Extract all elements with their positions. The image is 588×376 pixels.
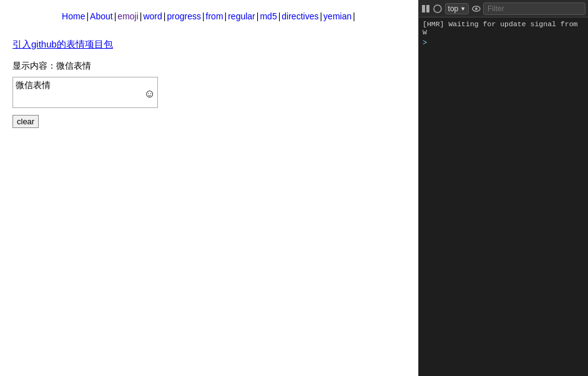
nav-sep-1: |: [86, 11, 89, 21]
nav-md5[interactable]: md5: [260, 11, 277, 21]
console-line-hmr: [HMR] Waiting for update signal from W: [423, 20, 584, 36]
display-label: 显示内容：微信表情: [12, 61, 406, 72]
nav-bar: Home | About | emoji | word | progress |…: [12, 6, 406, 26]
nav-sep-8: |: [278, 11, 281, 21]
devtools-stop-icon[interactable]: [433, 3, 443, 14]
nav-emoji[interactable]: emoji: [117, 11, 138, 21]
svg-point-4: [475, 7, 478, 10]
console-caret: >: [423, 39, 427, 47]
nav-yemian[interactable]: yemian: [323, 11, 351, 21]
text-input[interactable]: [12, 77, 158, 108]
svg-rect-0: [422, 5, 425, 12]
nav-sep-7: |: [257, 11, 259, 21]
nav-word[interactable]: word: [143, 11, 162, 21]
devtools-context-dropdown[interactable]: top ▼: [445, 3, 469, 14]
input-wrapper: ☺: [12, 77, 158, 110]
emoji-button[interactable]: ☺: [144, 88, 155, 99]
devtools-filter-input[interactable]: [483, 2, 586, 15]
nav-sep-6: |: [225, 11, 227, 21]
nav-progress[interactable]: progress: [167, 11, 200, 21]
svg-rect-1: [426, 5, 429, 12]
console-text-hmr: [HMR] Waiting for update signal from W: [423, 20, 584, 36]
nav-sep-9: |: [320, 11, 322, 21]
devtools-toolbar: top ▼: [419, 0, 588, 17]
devtools-play-icon[interactable]: [421, 3, 431, 14]
nav-sep-3: |: [140, 11, 142, 21]
nav-about[interactable]: About: [90, 11, 113, 21]
chevron-down-icon: ▼: [460, 6, 466, 12]
nav-home[interactable]: Home: [62, 11, 85, 21]
content-area: 引入github的表情项目包 显示内容：微信表情 ☺ clear: [12, 39, 406, 128]
nav-directives[interactable]: directives: [282, 11, 318, 21]
devtools-panel: top ▼ [HMR] Waiting for update signal fr…: [418, 0, 588, 376]
nav-sep-10: |: [353, 11, 355, 21]
svg-point-2: [434, 5, 441, 12]
console-input-line: >: [423, 39, 584, 47]
nav-sep-4: |: [164, 11, 166, 21]
devtools-console: [HMR] Waiting for update signal from W >: [419, 17, 588, 376]
nav-regular[interactable]: regular: [228, 11, 255, 21]
nav-sep-5: |: [202, 11, 205, 21]
devtools-context-label: top: [448, 4, 459, 13]
nav-sep-2: |: [114, 11, 117, 21]
clear-button[interactable]: clear: [12, 115, 39, 128]
main-content: Home | About | emoji | word | progress |…: [0, 0, 418, 376]
github-link[interactable]: 引入github的表情项目包: [12, 39, 113, 51]
devtools-eye-icon[interactable]: [471, 3, 481, 14]
nav-from[interactable]: from: [206, 11, 223, 21]
